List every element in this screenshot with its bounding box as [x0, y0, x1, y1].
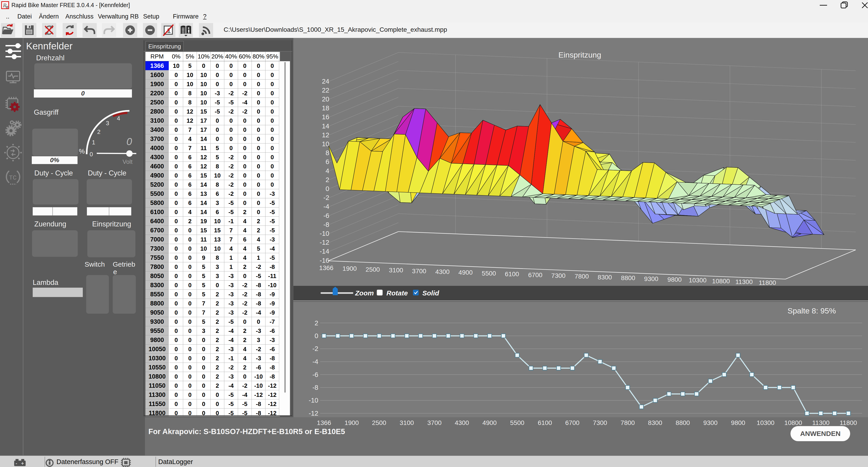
svg-text:3700: 3700	[427, 419, 441, 426]
svg-text:16: 16	[322, 113, 329, 121]
svg-text:22: 22	[322, 87, 329, 94]
svg-text:20: 20	[322, 96, 329, 103]
svg-text:4900: 4900	[459, 269, 473, 276]
svg-text:9300: 9300	[644, 275, 658, 282]
svg-text:9800: 9800	[668, 276, 682, 283]
svg-text:7300: 7300	[551, 272, 565, 279]
svg-text:7300: 7300	[593, 419, 607, 426]
svg-text:-10: -10	[309, 397, 318, 404]
svg-text:11800: 11800	[840, 419, 857, 426]
svg-text:Volt: Volt	[123, 158, 133, 165]
svg-text:+: +	[21, 461, 24, 466]
svg-text:7800: 7800	[575, 273, 589, 280]
svg-text:6700: 6700	[528, 271, 542, 278]
svg-text:4900: 4900	[483, 419, 497, 426]
svg-text:-6: -6	[312, 371, 318, 378]
svg-text:11800: 11800	[759, 279, 776, 286]
svg-text:8800: 8800	[621, 274, 635, 281]
svg-text:-6: -6	[323, 212, 329, 219]
svg-text:4300: 4300	[455, 419, 469, 426]
svg-text:-4: -4	[323, 203, 329, 210]
svg-text:6100: 6100	[538, 419, 552, 426]
svg-text:0: 0	[315, 332, 318, 339]
svg-text:1900: 1900	[345, 419, 359, 426]
svg-text:-2: -2	[312, 345, 318, 352]
svg-text:B: B	[6, 5, 8, 9]
svg-text:%: %	[79, 147, 85, 155]
svg-text:6: 6	[326, 158, 329, 165]
svg-text:3100: 3100	[389, 267, 403, 274]
svg-text:4300: 4300	[435, 268, 450, 275]
svg-text:14: 14	[322, 123, 329, 130]
svg-text:1366: 1366	[319, 264, 333, 271]
svg-text:-16: -16	[320, 257, 329, 264]
svg-text:2: 2	[326, 176, 329, 184]
svg-text:3: 3	[106, 120, 109, 127]
svg-text:10300: 10300	[689, 277, 707, 284]
svg-text:Spalte 8: 95%: Spalte 8: 95%	[787, 306, 836, 315]
svg-text:2: 2	[315, 320, 318, 327]
svg-text:-8: -8	[323, 221, 329, 228]
svg-text:-14: -14	[320, 248, 329, 255]
svg-text:8300: 8300	[598, 274, 612, 281]
svg-text:Solid: Solid	[422, 289, 439, 297]
svg-text:4: 4	[117, 115, 120, 122]
svg-text:8300: 8300	[648, 419, 662, 426]
svg-text:10800: 10800	[784, 419, 802, 426]
svg-text:Rotate: Rotate	[386, 289, 408, 297]
svg-text:11300: 11300	[735, 278, 753, 286]
svg-text:12: 12	[322, 131, 329, 139]
svg-text:Zoom: Zoom	[355, 289, 374, 297]
svg-text:3700: 3700	[412, 268, 426, 275]
svg-text:6100: 6100	[505, 270, 519, 277]
svg-text:1: 1	[92, 139, 95, 146]
svg-text:10300: 10300	[757, 419, 774, 426]
svg-text:2500: 2500	[366, 266, 380, 273]
svg-text:-: -	[16, 460, 17, 466]
svg-text:5500: 5500	[510, 419, 524, 426]
svg-text:11300: 11300	[812, 419, 830, 426]
svg-text:0: 0	[126, 136, 132, 147]
svg-text:1900: 1900	[343, 265, 357, 272]
svg-text:24: 24	[322, 78, 329, 85]
svg-text:18: 18	[322, 104, 329, 112]
svg-text:6700: 6700	[565, 419, 580, 426]
svg-text:-10: -10	[320, 230, 329, 237]
svg-text:9800: 9800	[731, 419, 745, 426]
svg-text:2: 2	[97, 128, 100, 135]
svg-text:-8: -8	[312, 384, 318, 391]
svg-text:9300: 9300	[703, 419, 717, 426]
svg-text:1366: 1366	[317, 419, 331, 426]
svg-text:Einspritzung: Einspritzung	[558, 51, 601, 59]
svg-text:-12: -12	[309, 410, 318, 417]
svg-text:2500: 2500	[372, 419, 386, 426]
svg-text:0: 0	[326, 185, 329, 192]
svg-text:-2: -2	[323, 194, 329, 201]
svg-text:10800: 10800	[712, 277, 730, 285]
svg-text:5500: 5500	[482, 270, 496, 277]
svg-text:8800: 8800	[676, 419, 690, 426]
svg-text:8: 8	[326, 149, 329, 157]
svg-text:0: 0	[90, 151, 93, 158]
svg-text:-4: -4	[312, 358, 318, 365]
svg-text:10: 10	[322, 140, 329, 147]
svg-text:-12: -12	[320, 239, 329, 246]
svg-text:7800: 7800	[621, 419, 635, 426]
svg-text:4: 4	[326, 167, 329, 174]
svg-text:3100: 3100	[400, 419, 414, 426]
